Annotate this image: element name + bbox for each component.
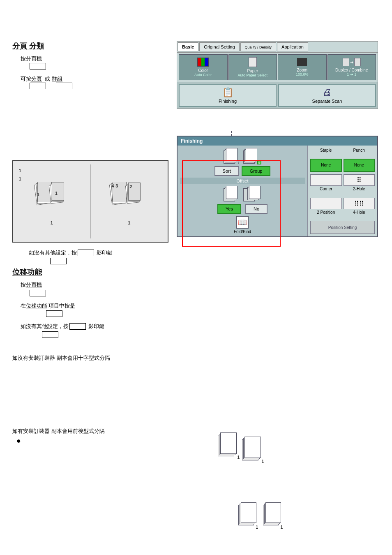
two-hole-icon: ⠿ — [344, 174, 375, 186]
paper-cell[interactable]: Paper Auto Paper Select — [228, 54, 277, 80]
punch-none-button[interactable]: None — [344, 159, 375, 172]
zoom-icon — [297, 58, 307, 66]
yes-no-buttons: Yes No — [180, 204, 305, 214]
finishing-panel: Finishing ↕ G — [177, 136, 378, 237]
fold-bind-icon: 📖 — [236, 216, 249, 229]
section2-step1-placeholder — [30, 290, 46, 296]
zoom-cell[interactable]: Zoom 100.0% — [278, 54, 327, 80]
step3-placeholder2 — [50, 258, 67, 264]
ui-bottom-row: 📋 Finishing 🖨 Separate Scan — [177, 82, 378, 109]
no-stapler-note: 如沒有安裝訂裝器 副本會用十字型式分隔 — [12, 354, 218, 362]
two-position-icon — [310, 198, 342, 209]
fold-bind-label: Fold/Bind — [234, 229, 251, 234]
corner-icon — [310, 174, 342, 186]
no-button[interactable]: No — [245, 204, 267, 214]
instruction-step3-wrapper: 如沒有其他設定，按 影印鍵 — [21, 247, 113, 264]
four-hole-option[interactable]: ⠿⠿ 4-Hole — [344, 197, 375, 219]
section2-title: 位移功能 — [12, 267, 218, 277]
sort-illustration: 1 1 1 1 1 — [16, 164, 87, 238]
position-setting-button[interactable]: Position Setting — [310, 221, 375, 234]
offset-label: Offset — [180, 178, 305, 184]
duplex-label: Duplex / Combine — [335, 68, 368, 72]
with-stapler-note: 如有安裝訂裝器 副本會用前後型式分隔 — [12, 428, 218, 435]
finishing-left: ↕ G Sort Group Offset — [178, 146, 307, 236]
ui-panel: Basic Original Setting Quality / Density… — [177, 41, 378, 109]
tab-quality[interactable]: Quality / Density — [240, 42, 277, 51]
offset-icon-left — [224, 186, 239, 202]
paper-label: Paper — [247, 69, 258, 73]
section2-step3-placeholder2 — [42, 331, 58, 338]
copy-icons-with-stapler: 1 1 — [238, 502, 288, 534]
sort-group-buttons: Sort Group — [180, 166, 305, 176]
four-hole-icon: ⠿⠿ — [344, 198, 375, 209]
duplex-icon: ➔ — [343, 58, 361, 66]
bullet-point: ● — [16, 437, 218, 445]
fold-bind-section: 📖 Fold/Bind — [180, 216, 305, 234]
paper-icon — [249, 57, 257, 67]
ui-function-row: Color Auto Color Paper Auto Paper Select… — [177, 53, 378, 82]
section2-step2-placeholder — [46, 310, 62, 317]
finishing-body: ↕ G Sort Group Offset — [178, 146, 377, 236]
separate-scan-button[interactable]: 🖨 Separate Scan — [278, 84, 376, 107]
illus-divider — [90, 164, 91, 238]
step2a-placeholder — [30, 83, 46, 89]
instruction-step2: 可按 分頁 或 群組 — [21, 75, 168, 83]
sort-group-illustration: 1 1 1 1 1 4 3 2 1 — [12, 160, 168, 243]
step2b-placeholder — [56, 83, 72, 89]
separate-icon: 🖨 — [323, 87, 332, 98]
instruction-step1: 按 分頁機 — [21, 55, 168, 62]
tab-application[interactable]: Application — [277, 42, 308, 51]
section2-step3-placeholder — [69, 323, 86, 330]
step1-placeholder — [30, 63, 46, 69]
color-icon — [197, 58, 209, 67]
finishing-icon: 📋 — [222, 87, 233, 98]
color-cell[interactable]: Color Auto Color — [179, 54, 228, 80]
group-button[interactable]: Group — [242, 166, 271, 176]
section2: 位移功能 按 分頁機 在 位移功能 項目中按 是 如沒有其他設定，按 影印鍵 如… — [12, 267, 218, 445]
tab-original-setting[interactable]: Original Setting — [199, 42, 239, 51]
group-illustration: 4 3 2 1 — [94, 164, 165, 238]
section2-step3: 如沒有其他設定，按 影印鍵 — [21, 323, 218, 330]
step3-placeholder — [78, 250, 94, 256]
sort-group-icons: ↕ G — [180, 148, 305, 164]
instruction-step3: 如沒有其他設定，按 影印鍵 — [29, 249, 113, 257]
offset-icons — [180, 186, 305, 202]
yes-button[interactable]: Yes — [217, 204, 241, 214]
copy-icons-no-stapler: 1 1 — [218, 432, 271, 465]
staple-label: Staple — [310, 148, 342, 157]
two-position-option[interactable]: 2 Position — [310, 197, 342, 219]
section2-step1: 按 分頁機 — [21, 281, 218, 289]
offset-icon-right — [243, 186, 261, 202]
sort-button[interactable]: Sort — [214, 166, 239, 176]
finishing-panel-header: Finishing — [178, 136, 377, 146]
section2-step2: 在 位移功能 項目中按 是 — [21, 302, 218, 310]
color-label: Color — [198, 68, 208, 73]
zoom-label: Zoom — [297, 68, 307, 72]
group-icon: G — [243, 148, 261, 164]
duplex-cell[interactable]: ➔ Duplex / Combine 1 ➔ 1 — [327, 54, 376, 80]
finishing-right-panel: Staple Punch None None Corner ⠿ 2-Hole 2… — [307, 146, 377, 236]
punch-label: Punch — [344, 148, 375, 157]
staple-none-button[interactable]: None — [310, 159, 342, 172]
page-title: 分頁 分類 — [12, 41, 168, 51]
two-hole-option[interactable]: ⠿ 2-Hole — [344, 173, 375, 196]
corner-option[interactable]: Corner — [310, 173, 342, 196]
tab-basic[interactable]: Basic — [178, 42, 198, 51]
finishing-button[interactable]: 📋 Finishing — [179, 84, 277, 107]
tab-row: Basic Original Setting Quality / Density… — [177, 42, 378, 53]
left-instructions: 分頁 分類 按 分頁機 可按 分頁 或 群組 — [12, 41, 168, 89]
sort-icon: ↕ — [224, 148, 239, 164]
